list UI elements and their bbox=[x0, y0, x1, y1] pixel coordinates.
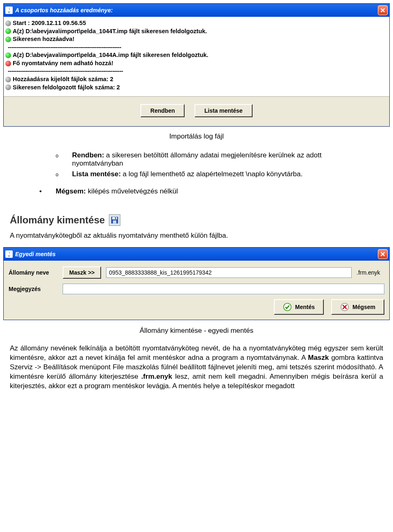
dialog-body: Állomány neve Maszk >> .frm.enyk Megjegy… bbox=[4, 261, 389, 320]
log-line: Start : 2009.12.11 09.56.55 bbox=[8, 19, 386, 27]
log-line: Fő nyomtatvány nem adható hozzá! bbox=[8, 59, 386, 68]
log-line: A(z) D:\abevjava\import\pelda_1044T.imp … bbox=[8, 27, 386, 36]
button-label: Mentés bbox=[295, 304, 315, 310]
titlebar: A csoportos hozzáadás eredménye: bbox=[4, 4, 389, 17]
separator-line: ----------------------------------------… bbox=[8, 43, 386, 52]
log-text: Sikeresen hozzáadva! bbox=[13, 35, 75, 43]
figure-caption: Állomány kimentése - egyedi mentés bbox=[10, 327, 383, 335]
note-label: Megjegyzés bbox=[9, 286, 58, 292]
bold-span: Maszk bbox=[308, 354, 329, 361]
svg-rect-2 bbox=[113, 221, 116, 224]
section-subtext: A nyomtatványkötegből az aktuális nyomta… bbox=[10, 232, 383, 240]
svg-rect-3 bbox=[115, 217, 116, 219]
status-dot-red bbox=[5, 61, 11, 66]
log-body: Start : 2009.12.11 09.56.55 A(z) D:\abev… bbox=[4, 17, 389, 97]
log-text: Hozzáadásra kijelölt fájlok száma: 2 bbox=[13, 75, 113, 84]
filename-label: Állomány neve bbox=[9, 269, 58, 276]
titlebar: Egyedi mentés bbox=[4, 248, 389, 261]
status-dot-grey bbox=[5, 77, 11, 82]
status-dot-green bbox=[5, 52, 11, 58]
list-item: Lista mentése: a log fájl lementhető az … bbox=[72, 170, 370, 178]
separator-line: ----------------------------------------… bbox=[8, 67, 386, 75]
filename-row: Állomány neve Maszk >> .frm.enyk bbox=[9, 266, 384, 279]
status-dot-green bbox=[5, 36, 11, 42]
label-bold: Mégsem: bbox=[56, 187, 86, 195]
dialog-button-row: Rendben Lista mentése bbox=[4, 97, 389, 126]
svg-rect-1 bbox=[112, 217, 117, 220]
ok-button[interactable]: Rendben bbox=[140, 104, 185, 117]
log-line: Sikeresen hozzáadva! bbox=[8, 35, 386, 43]
note-row: Megjegyzés bbox=[9, 284, 384, 294]
section-heading: Állomány kimentése bbox=[10, 214, 393, 226]
close-button[interactable] bbox=[378, 249, 388, 259]
save-list-button[interactable]: Lista mentése bbox=[194, 104, 252, 117]
log-line: Hozzáadásra kijelölt fájlok száma: 2 bbox=[8, 75, 386, 84]
log-text: Start : 2009.12.11 09.56.55 bbox=[13, 19, 86, 27]
result-dialog-window: A csoportos hozzáadás eredménye: Start :… bbox=[3, 3, 390, 127]
text-span: A bbox=[301, 354, 308, 361]
paragraph: Az állomány nevének felkínálja a betöltö… bbox=[10, 344, 383, 391]
dialog-title: Egyedi mentés bbox=[15, 251, 375, 257]
save-dialog-window: Egyedi mentés Állomány neve Maszk >> .fr… bbox=[3, 247, 390, 320]
button-label: Mégsem bbox=[352, 304, 375, 310]
status-dot-green bbox=[5, 28, 11, 34]
heading-text: Állomány kimentése bbox=[10, 214, 105, 226]
log-text: Fő nyomtatvány nem adható hozzá! bbox=[13, 59, 113, 68]
log-text: A(z) D:\abevjava\import\pelda_1044A.imp … bbox=[13, 51, 208, 59]
filename-input[interactable] bbox=[106, 267, 352, 278]
log-text: Sikeresen feldolgozott fájlok száma: 2 bbox=[13, 84, 120, 92]
document-text: Importálás log fájl Rendben: a sikeresen… bbox=[23, 132, 370, 196]
figure-caption: Importálás log fájl bbox=[23, 132, 370, 141]
bold-span: .frm.enyk bbox=[141, 373, 172, 380]
list-item: Rendben: a sikeresen betöltött állomány … bbox=[72, 151, 370, 168]
dialog-button-row: Mentés Mégsem bbox=[9, 299, 384, 315]
save-floppy-icon bbox=[109, 214, 120, 226]
label-bold: Rendben: bbox=[72, 151, 104, 159]
status-dot-grey bbox=[5, 20, 11, 26]
list-text: a sikeresen betöltött állomány adatai me… bbox=[72, 151, 321, 167]
list-item: Mégsem: kilépés műveletvégzés nélkül bbox=[56, 187, 370, 196]
status-dot-grey bbox=[5, 84, 11, 90]
cancel-button[interactable]: Mégsem bbox=[331, 299, 384, 315]
close-button[interactable] bbox=[378, 5, 388, 15]
save-button[interactable]: Mentés bbox=[274, 299, 324, 315]
log-text: A(z) D:\abevjava\import\pelda_1044T.imp … bbox=[13, 27, 207, 36]
java-icon bbox=[5, 7, 13, 14]
list-text: a log fájl lementhető az alapértelmezett… bbox=[121, 170, 303, 178]
cancel-icon bbox=[340, 302, 349, 311]
list-text: kilépés műveletvégzés nélkül bbox=[86, 187, 178, 195]
check-icon bbox=[283, 302, 292, 311]
mask-button[interactable]: Maszk >> bbox=[63, 266, 101, 279]
log-line: Sikeresen feldolgozott fájlok száma: 2 bbox=[8, 84, 386, 92]
note-input[interactable] bbox=[63, 284, 384, 294]
log-line: A(z) D:\abevjava\import\pelda_1044A.imp … bbox=[8, 51, 386, 59]
document-text: Állomány kimentése - egyedi mentés Az ál… bbox=[10, 327, 383, 391]
file-extension-label: .frm.enyk bbox=[357, 269, 384, 276]
label-bold: Lista mentése: bbox=[72, 170, 121, 178]
dialog-title: A csoportos hozzáadás eredménye: bbox=[15, 7, 375, 14]
java-icon bbox=[5, 250, 13, 258]
